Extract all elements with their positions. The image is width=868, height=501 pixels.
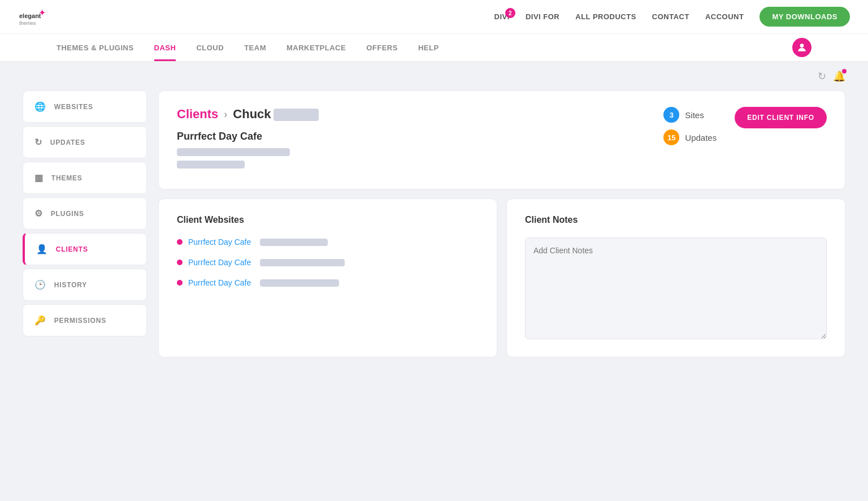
nav-all-products[interactable]: ALL PRODUCTS (575, 12, 636, 21)
divi-badge: 2 (505, 8, 515, 18)
sidebar-label-updates: UPDATES (50, 139, 85, 146)
sidebar-item-updates[interactable]: ↻ UPDATES (23, 126, 147, 158)
refresh-icon: ↻ (34, 137, 42, 148)
client-header-right: 3 Sites 15 Updates EDIT CLIENT INFO (663, 107, 827, 145)
breadcrumb: Clients › Chuck (177, 107, 319, 122)
clients-icon: 👤 (36, 244, 48, 254)
bell-icon[interactable]: 🔔 (833, 70, 845, 83)
bell-notification-dot (842, 69, 847, 74)
website-item-3: Purrfect Day Cafe (177, 278, 479, 287)
sidebar-label-permissions: PERMISSIONS (54, 317, 106, 325)
main-layout: 🌐 WEBSITES ↻ UPDATES ▦ THEMES ⚙ PLUGINS … (0, 90, 868, 380)
sites-stat: 3 Sites (663, 107, 704, 123)
refresh-icon[interactable]: ↻ (818, 70, 826, 83)
svg-text:✦: ✦ (38, 8, 46, 18)
website-link-1[interactable]: Purrfect Day Cafe (188, 237, 251, 247)
logo[interactable]: elegant themes ✦ (18, 6, 58, 28)
website-redacted-url-2 (260, 259, 345, 266)
breadcrumb-arrow: › (224, 109, 227, 120)
history-icon: 🕑 (34, 279, 46, 290)
user-icon (796, 42, 808, 53)
sidebar-label-clients: CLIENTS (56, 245, 88, 253)
avatar[interactable] (792, 38, 811, 57)
svg-point-3 (800, 44, 804, 47)
logo-svg: elegant themes ✦ (18, 6, 58, 28)
breadcrumb-client-name: Chuck (233, 107, 318, 122)
tab-cloud[interactable]: CLOUD (196, 34, 224, 61)
edit-client-info-button[interactable]: EDIT CLIENT INFO (735, 107, 827, 128)
svg-text:themes: themes (19, 20, 36, 26)
sidebar-label-history: HISTORY (54, 281, 87, 289)
website-redacted-url-3 (260, 279, 339, 287)
sidebar-item-plugins[interactable]: ⚙ PLUGINS (23, 197, 147, 230)
sidebar-item-permissions[interactable]: 🔑 PERMISSIONS (23, 304, 147, 336)
nav-account[interactable]: ACCOUNT (705, 12, 744, 21)
client-info-left: Clients › Chuck Purrfect Day Cafe (177, 107, 319, 173)
client-stats: 3 Sites 15 Updates (663, 107, 717, 145)
sub-nav-links: THEMES & PLUGINS DASH CLOUD TEAM MARKETP… (57, 34, 439, 61)
website-dot-1 (177, 239, 183, 245)
sidebar-item-clients[interactable]: 👤 CLIENTS (23, 233, 147, 265)
updates-badge: 15 (663, 129, 679, 145)
globe-icon: 🌐 (34, 101, 46, 112)
user-menu[interactable] (792, 38, 811, 57)
tab-offers[interactable]: OFFERS (366, 34, 398, 61)
toolbar: ↻ 🔔 (0, 62, 868, 90)
redacted-line-2 (177, 161, 245, 169)
plugins-icon: ⚙ (34, 208, 43, 219)
redacted-line-1 (177, 148, 290, 156)
tab-marketplace[interactable]: MARKETPLACE (287, 34, 346, 61)
my-downloads-button[interactable]: MY DOWNLOADS (760, 7, 850, 27)
website-dot-2 (177, 260, 183, 265)
updates-label: Updates (685, 133, 717, 142)
nav-contact[interactable]: CONTACT (652, 12, 689, 21)
website-redacted-url-1 (260, 239, 328, 246)
content-area: Clients › Chuck Purrfect Day Cafe 3 Site… (158, 90, 845, 357)
website-item-2: Purrfect Day Cafe (177, 258, 479, 267)
website-item-1: Purrfect Day Cafe (177, 237, 479, 247)
sidebar-label-plugins: PLUGINS (51, 210, 84, 218)
client-company-name: Purrfect Day Cafe (177, 131, 319, 142)
tab-dash[interactable]: DASH (154, 34, 176, 61)
sidebar: 🌐 WEBSITES ↻ UPDATES ▦ THEMES ⚙ PLUGINS … (23, 90, 147, 357)
website-link-3[interactable]: Purrfect Day Cafe (188, 278, 251, 287)
client-notes-textarea[interactable] (525, 237, 827, 339)
notes-card: Client Notes (506, 198, 845, 357)
top-nav-links: DIVI 2 DIVI FOR ALL PRODUCTS CONTACT ACC… (494, 7, 850, 27)
websites-card-title: Client Websites (177, 215, 479, 225)
websites-card: Client Websites Purrfect Day Cafe Purrfe… (158, 198, 497, 357)
nav-divi-for[interactable]: DIVI FOR (526, 12, 559, 21)
notes-card-title: Client Notes (525, 215, 827, 225)
redacted-surname (274, 109, 319, 121)
tab-help[interactable]: HELP (418, 34, 439, 61)
sidebar-label-themes: THEMES (51, 174, 83, 182)
sidebar-item-history[interactable]: 🕑 HISTORY (23, 269, 147, 301)
tab-team[interactable]: TEAM (244, 34, 266, 61)
bottom-cards: Client Websites Purrfect Day Cafe Purrfe… (158, 198, 845, 357)
nav-divi[interactable]: DIVI 2 (494, 12, 510, 21)
top-nav: elegant themes ✦ DIVI 2 DIVI FOR ALL PRO… (0, 0, 868, 34)
website-link-2[interactable]: Purrfect Day Cafe (188, 258, 251, 267)
sidebar-item-themes[interactable]: ▦ THEMES (23, 162, 147, 194)
sites-badge: 3 (663, 107, 679, 123)
tab-themes-plugins[interactable]: THEMES & PLUGINS (57, 34, 134, 61)
breadcrumb-clients-link[interactable]: Clients (177, 107, 218, 122)
sidebar-label-websites: WEBSITES (54, 103, 93, 111)
themes-icon: ▦ (34, 172, 44, 183)
sub-nav: THEMES & PLUGINS DASH CLOUD TEAM MARKETP… (0, 34, 868, 62)
updates-stat: 15 Updates (663, 129, 717, 145)
sites-label: Sites (685, 110, 704, 120)
website-dot-3 (177, 280, 183, 286)
sidebar-item-websites[interactable]: 🌐 WEBSITES (23, 90, 147, 123)
client-header-card: Clients › Chuck Purrfect Day Cafe 3 Site… (158, 90, 845, 189)
permissions-icon: 🔑 (34, 315, 46, 326)
